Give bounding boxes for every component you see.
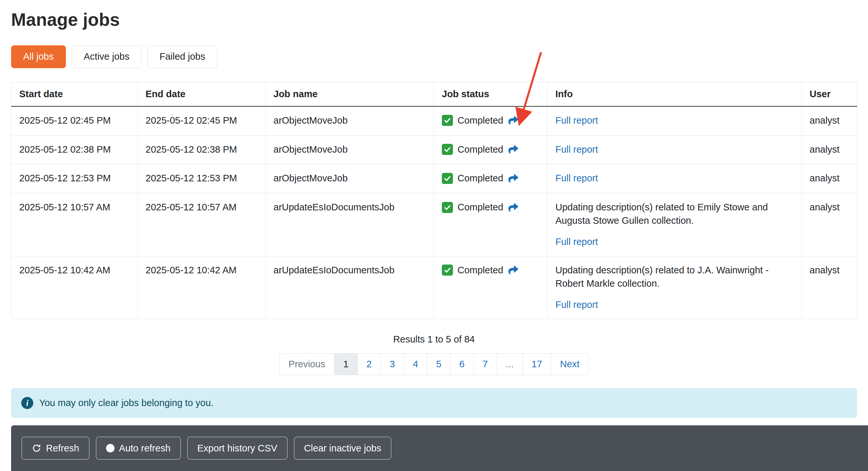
page-title: Manage jobs bbox=[11, 8, 857, 31]
completed-check-icon bbox=[442, 173, 453, 184]
job-status-cell: Completed bbox=[434, 135, 548, 164]
info-cell: Full report bbox=[548, 164, 802, 193]
info-cell: Full report bbox=[548, 106, 802, 135]
page-content: Manage jobs All jobs Active jobs Failed … bbox=[0, 0, 868, 375]
clear-inactive-jobs-label: Clear inactive jobs bbox=[304, 443, 381, 454]
user-cell: analyst bbox=[802, 256, 857, 319]
export-history-csv-label: Export history CSV bbox=[197, 443, 277, 454]
pagination-next[interactable]: Next bbox=[551, 353, 589, 375]
job-status-label: Completed bbox=[458, 200, 503, 214]
manage-jobs-page: Manage jobs All jobs Active jobs Failed … bbox=[0, 0, 868, 471]
refresh-label: Refresh bbox=[46, 443, 79, 454]
pagination-page-5[interactable]: 5 bbox=[427, 353, 450, 375]
job-name-cell: arUpdateEsIoDocumentsJob bbox=[266, 193, 434, 256]
table-row: 2025-05-12 10:42 AM 2025-05-12 10:42 AM … bbox=[11, 256, 857, 319]
job-status-cell: Completed bbox=[434, 193, 548, 256]
start-date-cell: 2025-05-12 10:42 AM bbox=[11, 256, 138, 319]
job-status-label: Completed bbox=[458, 114, 503, 127]
job-info-text: Updating description(s) related to Emily… bbox=[555, 200, 794, 227]
job-name-cell: arUpdateEsIoDocumentsJob bbox=[266, 256, 434, 319]
col-job-name: Job name bbox=[266, 82, 434, 106]
full-report-link[interactable]: Full report bbox=[555, 237, 598, 247]
table-row: 2025-05-12 02:38 PM 2025-05-12 02:38 PM … bbox=[11, 135, 857, 164]
col-start-date: Start date bbox=[11, 82, 138, 106]
job-name-cell: arObjectMoveJob bbox=[266, 164, 434, 193]
table-row: 2025-05-12 02:45 PM 2025-05-12 02:45 PM … bbox=[11, 106, 857, 135]
pagination-page-17[interactable]: 17 bbox=[522, 353, 551, 375]
job-name-cell: arObjectMoveJob bbox=[266, 135, 434, 164]
share-report-icon[interactable] bbox=[508, 174, 519, 183]
job-status-cell: Completed bbox=[434, 106, 548, 135]
start-date-cell: 2025-05-12 12:53 PM bbox=[11, 164, 138, 193]
user-cell: analyst bbox=[802, 164, 857, 193]
share-report-icon[interactable] bbox=[508, 265, 519, 275]
clear-inactive-jobs-button[interactable]: Clear inactive jobs bbox=[294, 437, 392, 460]
end-date-cell: 2025-05-12 02:38 PM bbox=[138, 135, 266, 164]
refresh-icon bbox=[32, 443, 41, 453]
full-report-link[interactable]: Full report bbox=[555, 144, 598, 155]
table-row: 2025-05-12 10:57 AM 2025-05-12 10:57 AM … bbox=[11, 193, 857, 256]
job-info-text: Updating description(s) related to J.A. … bbox=[555, 263, 794, 290]
info-alert-text: You may only clear jobs belonging to you… bbox=[39, 398, 213, 408]
job-status-label: Completed bbox=[458, 171, 503, 185]
pagination: Previous1234567...17Next bbox=[11, 353, 857, 375]
user-cell: analyst bbox=[802, 106, 857, 135]
pagination-page-7[interactable]: 7 bbox=[473, 353, 497, 375]
share-report-icon[interactable] bbox=[508, 145, 519, 154]
auto-refresh-label: Auto refresh bbox=[119, 443, 170, 454]
job-status-label: Completed bbox=[458, 143, 503, 156]
jobs-table: Start date End date Job name Job status … bbox=[11, 82, 857, 319]
info-icon: i bbox=[21, 397, 33, 409]
pagination-page-2[interactable]: 2 bbox=[357, 353, 381, 375]
info-cell: Updating description(s) related to Emily… bbox=[548, 193, 802, 256]
end-date-cell: 2025-05-12 12:53 PM bbox=[138, 164, 266, 193]
share-report-icon[interactable] bbox=[508, 202, 519, 212]
filter-all-jobs[interactable]: All jobs bbox=[11, 45, 66, 68]
col-info: Info bbox=[548, 82, 802, 106]
info-cell: Updating description(s) related to J.A. … bbox=[548, 256, 802, 319]
end-date-cell: 2025-05-12 02:45 PM bbox=[138, 106, 266, 135]
completed-check-icon bbox=[442, 202, 453, 213]
results-summary: Results 1 to 5 of 84 bbox=[11, 334, 857, 345]
job-status-cell: Completed bbox=[434, 164, 548, 193]
completed-check-icon bbox=[442, 144, 453, 155]
full-report-link[interactable]: Full report bbox=[555, 115, 598, 126]
completed-check-icon bbox=[442, 264, 453, 276]
info-cell: Full report bbox=[548, 135, 802, 164]
pagination-page-6[interactable]: 6 bbox=[450, 353, 474, 375]
end-date-cell: 2025-05-12 10:42 AM bbox=[138, 256, 266, 319]
job-filters: All jobs Active jobs Failed jobs bbox=[11, 45, 857, 68]
actions-bar: Refresh Auto refresh Export history CSV … bbox=[11, 425, 868, 471]
export-history-csv-button[interactable]: Export history CSV bbox=[187, 437, 287, 460]
col-end-date: End date bbox=[138, 82, 266, 106]
start-date-cell: 2025-05-12 02:45 PM bbox=[11, 106, 138, 135]
full-report-link[interactable]: Full report bbox=[555, 173, 598, 183]
pagination-page-3[interactable]: 3 bbox=[380, 353, 404, 375]
col-user: User bbox=[802, 82, 857, 106]
filter-failed-jobs[interactable]: Failed jobs bbox=[148, 45, 217, 68]
start-date-cell: 2025-05-12 02:38 PM bbox=[11, 135, 138, 164]
info-alert: i You may only clear jobs belonging to y… bbox=[11, 388, 857, 418]
pagination-page-4[interactable]: 4 bbox=[404, 353, 427, 375]
user-cell: analyst bbox=[802, 193, 857, 256]
job-status-label: Completed bbox=[458, 263, 503, 277]
auto-refresh-circle-icon bbox=[106, 444, 115, 452]
auto-refresh-button[interactable]: Auto refresh bbox=[96, 437, 181, 460]
pagination-previous: Previous bbox=[279, 353, 335, 375]
end-date-cell: 2025-05-12 10:57 AM bbox=[138, 193, 266, 256]
share-report-icon[interactable] bbox=[508, 116, 519, 125]
filter-active-jobs[interactable]: Active jobs bbox=[72, 45, 142, 68]
job-name-cell: arObjectMoveJob bbox=[266, 106, 434, 135]
col-job-status: Job status bbox=[434, 82, 548, 106]
pagination-ellipsis: ... bbox=[497, 353, 523, 375]
jobs-table-body: 2025-05-12 02:45 PM 2025-05-12 02:45 PM … bbox=[11, 106, 857, 319]
full-report-link[interactable]: Full report bbox=[555, 300, 598, 310]
refresh-button[interactable]: Refresh bbox=[22, 437, 89, 460]
start-date-cell: 2025-05-12 10:57 AM bbox=[11, 193, 138, 256]
table-row: 2025-05-12 12:53 PM 2025-05-12 12:53 PM … bbox=[11, 164, 857, 193]
pagination-page-1[interactable]: 1 bbox=[334, 353, 358, 375]
table-header-row: Start date End date Job name Job status … bbox=[11, 82, 857, 106]
completed-check-icon bbox=[442, 115, 453, 126]
job-status-cell: Completed bbox=[434, 256, 548, 319]
user-cell: analyst bbox=[802, 135, 857, 164]
